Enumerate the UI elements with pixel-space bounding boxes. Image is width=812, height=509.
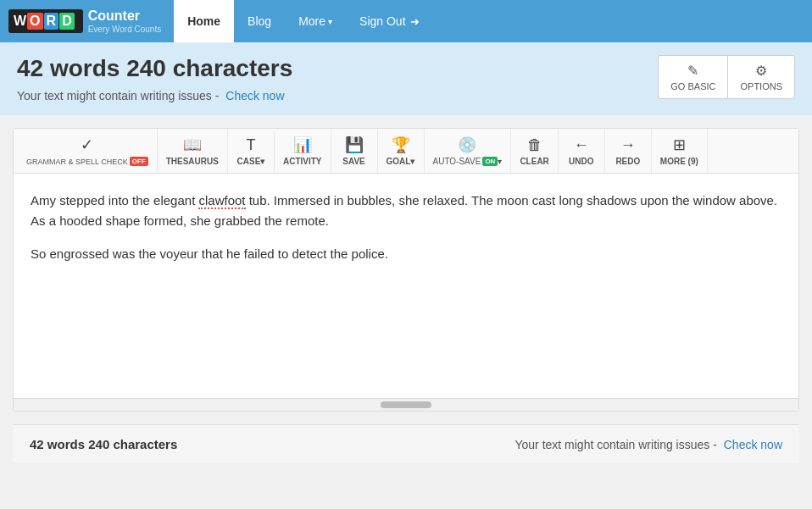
logo-letters: W O R D: [8, 9, 83, 33]
options-button[interactable]: ⚙ OPTIONS: [727, 55, 795, 99]
signout-label: Sign Out: [359, 14, 405, 28]
nav-blog[interactable]: Blog: [234, 0, 285, 42]
activity-icon: 📊: [293, 136, 312, 154]
save-icon: 💾: [345, 136, 364, 154]
more-label: MORE (9): [660, 157, 698, 166]
underlined-word: clawfoot: [198, 193, 245, 209]
goal-label: GOAL▾: [387, 157, 415, 166]
redo-button[interactable]: → REDO: [605, 130, 652, 173]
grammar-text: GRAMMAR & SPELL CHECK: [26, 158, 128, 166]
redo-label: REDO: [615, 157, 640, 166]
chevron-down-icon: ▾: [328, 17, 332, 26]
navbar: W O R D Counter Every Word Counts Home B…: [0, 0, 812, 42]
activity-label: ACTIVITY: [283, 157, 322, 166]
nav-signout[interactable]: Sign Out ➜: [346, 0, 432, 42]
undo-button[interactable]: ← UNDO: [559, 130, 605, 173]
undo-icon: ←: [574, 136, 589, 154]
logo: W O R D Counter Every Word Counts: [8, 8, 161, 34]
case-label: CASE▾: [237, 157, 265, 166]
stats-buttons: ✎ GO BASIC ⚙ OPTIONS: [658, 55, 795, 99]
grammar-off-badge: OFF: [130, 157, 148, 166]
nav-links: Home Blog More ▾ Sign Out ➜: [174, 0, 432, 42]
case-icon: T: [246, 136, 255, 154]
logo-tagline: Every Word Counts: [88, 25, 162, 34]
logo-counter-text: Counter: [88, 8, 140, 23]
autosave-button[interactable]: 💿 AUTO-SAVE ON▾: [425, 129, 512, 173]
logo-r: R: [44, 13, 59, 30]
thesaurus-icon: 📖: [183, 136, 202, 154]
autosave-on-badge: ON: [482, 157, 498, 166]
stats-check-now-link[interactable]: Check now: [225, 89, 284, 102]
external-link-icon: ✎: [687, 63, 698, 79]
signout-icon: ➜: [410, 15, 420, 28]
grammar-spell-check-button[interactable]: ✓ GRAMMAR & SPELL CHECK OFF: [18, 129, 158, 173]
grammar-label: GRAMMAR & SPELL CHECK OFF: [26, 157, 148, 166]
save-button[interactable]: 💾 SAVE: [331, 129, 378, 173]
thesaurus-button[interactable]: 📖 THESAURUS: [158, 129, 228, 173]
case-text: CASE: [237, 157, 261, 166]
main-container: ✓ GRAMMAR & SPELL CHECK OFF 📖 THESAURUS …: [13, 128, 799, 412]
goal-icon: 🏆: [392, 136, 410, 154]
stats-subtitle: Your text might contain writing issues -…: [17, 89, 292, 102]
footer-issue-text: Your text might contain writing issues -: [514, 438, 716, 451]
text-editor[interactable]: Amy stepped into the elegant clawfoot tu…: [14, 174, 798, 398]
stats-subtitle-text: Your text might contain writing issues -: [17, 89, 219, 102]
footer-stats: 42 words 240 characters Your text might …: [13, 424, 799, 463]
autosave-icon: 💿: [458, 136, 476, 154]
paragraph-2: So engrossed was the voyeur that he fail…: [31, 244, 781, 264]
clear-label: CLEAR: [520, 157, 548, 166]
more-button[interactable]: ⊞ MORE (9): [652, 129, 708, 173]
goal-button[interactable]: 🏆 GOAL▾: [378, 129, 425, 173]
toolbar: ✓ GRAMMAR & SPELL CHECK OFF 📖 THESAURUS …: [14, 129, 798, 174]
autosave-label: AUTO-SAVE ON▾: [433, 157, 503, 166]
thesaurus-label: THESAURUS: [166, 157, 219, 166]
grid-icon: ⊞: [673, 136, 686, 154]
footer-right: Your text might contain writing issues -…: [514, 438, 782, 451]
activity-button[interactable]: 📊 ACTIVITY: [275, 129, 331, 173]
gear-icon: ⚙: [755, 63, 767, 79]
stats-bar: 42 words 240 characters Your text might …: [0, 42, 812, 115]
logo-w: W: [14, 14, 26, 29]
logo-text-block: Counter Every Word Counts: [88, 8, 162, 34]
clear-icon: 🗑: [527, 136, 542, 154]
autosave-text: AUTO-SAVE: [433, 157, 481, 166]
clear-button[interactable]: 🗑 CLEAR: [511, 130, 558, 173]
options-label: OPTIONS: [740, 81, 782, 91]
paragraph-1: Amy stepped into the elegant clawfoot tu…: [31, 191, 781, 231]
save-label: SAVE: [342, 157, 365, 166]
go-basic-label: GO BASIC: [670, 81, 715, 91]
go-basic-button[interactable]: ✎ GO BASIC: [658, 55, 727, 99]
scrollbar-area[interactable]: [14, 398, 798, 411]
case-button[interactable]: T CASE▾: [228, 130, 275, 173]
goal-text: GOAL: [387, 157, 411, 166]
footer-check-now-link[interactable]: Check now: [724, 438, 782, 451]
logo-o: O: [27, 13, 42, 30]
logo-d: D: [59, 13, 75, 30]
scrollbar-track[interactable]: [381, 401, 431, 408]
undo-label: UNDO: [569, 157, 593, 166]
nav-more-label: More: [298, 14, 325, 28]
checkmark-icon: ✓: [81, 136, 93, 154]
footer-count: 42 words 240 characters: [30, 437, 177, 451]
stats-left: 42 words 240 characters Your text might …: [17, 55, 292, 102]
nav-home[interactable]: Home: [174, 0, 234, 42]
nav-more[interactable]: More ▾: [285, 0, 346, 42]
redo-icon: →: [620, 136, 636, 154]
stats-title: 42 words 240 characters: [17, 55, 292, 82]
